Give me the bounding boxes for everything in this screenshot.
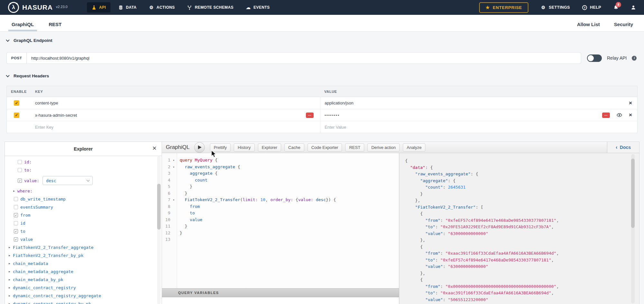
query-editor[interactable]: 1▾query MyQuery {2▾ raw_events_aggregate… [162,153,399,288]
unchecked-checkbox-icon[interactable] [18,168,22,172]
explorer-item-where[interactable]: ▶where: [5,187,162,195]
checked-checkbox-icon[interactable]: ✓ [14,237,18,241]
secret-mask-icon[interactable]: ••• [306,113,314,118]
explorer-item-id[interactable]: id: [5,158,162,166]
unchecked-checkbox-icon[interactable] [14,205,18,209]
toolbar-button-code-exporter[interactable]: Code Exporter [308,143,342,152]
nav-item-data[interactable]: DATA [114,2,141,13]
new-header-key-input[interactable] [35,125,292,130]
user-menu-button[interactable] [631,5,636,10]
relay-api-toggle[interactable] [587,54,602,62]
header-key[interactable]: x-hasura-admin-secret [35,113,77,118]
explorer-item-fiattokenv2-2-transfer-aggregate[interactable]: ▶FiatTokenV2_2_Transfer_aggregate [5,243,162,251]
help-button[interactable]: ? HELP [582,5,601,10]
explorer-item-chain-metadata-by-pk[interactable]: ▶chain_metadata_by_pk [5,276,162,284]
query-variables-editor[interactable] [162,297,399,304]
nav-item-actions[interactable]: ⚙ACTIONS [144,2,179,13]
notifications-button[interactable]: 8 [613,5,619,10]
explorer-item-dynamic-contract-registry-aggregate[interactable]: ▶dynamic_contract_registry_aggregate [5,292,162,300]
toolbar-button-cache[interactable]: Cache [284,143,304,152]
enterprise-button[interactable]: ★ ENTERPRISE [479,2,528,13]
expand-arrow-icon[interactable]: ▶ [13,190,15,192]
link-allow-list[interactable]: Allow List [577,22,600,27]
explorer-item-to[interactable]: to: [5,166,162,174]
response-scrollbar[interactable] [631,154,635,303]
code-token [313,197,316,202]
toolbar-button-analyze[interactable]: Analyze [403,143,425,152]
info-icon[interactable]: i [632,56,637,61]
toolbar-button-rest[interactable]: REST [345,143,364,152]
query-variables-bar[interactable]: QUERY VARIABLES [162,288,399,297]
nav-item-remote-schemas[interactable]: REMOTE SCHEMAS [183,2,238,13]
link-security[interactable]: Security [614,22,633,27]
header-enabled-checkbox[interactable]: ✓ [14,113,19,118]
execute-query-button[interactable] [194,142,205,153]
toolbar-button-prettify[interactable]: Prettify [210,143,231,152]
endpoint-section-header[interactable]: GraphQL Endpoint [6,38,638,43]
expand-arrow-icon[interactable]: ▶ [9,262,10,265]
json-token: : [443,185,448,190]
explorer-item-dynamic-contract-registry[interactable]: ▶dynamic_contract_registry [5,284,162,292]
expand-arrow-icon[interactable]: ▶ [9,302,10,304]
expand-arrow-icon[interactable]: ▶ [9,278,10,281]
checked-checkbox-icon[interactable]: ✓ [14,229,18,233]
expand-arrow-icon[interactable]: ▶ [9,294,10,297]
explorer-item-dynamic-contract-registry-by-pk[interactable]: ▶dynamic_contract_registry_by_pk [5,300,162,304]
explorer-item-chain-metadata-aggregate[interactable]: ▶chain_metadata_aggregate [5,268,162,276]
explorer-item-value[interactable]: ✓value [5,235,162,243]
fold-arrow-icon[interactable]: ▾ [170,164,177,171]
toolbar-button-derive-action[interactable]: Derive action [367,143,400,152]
new-header-value-input[interactable] [325,125,606,130]
close-icon[interactable]: × [152,145,156,152]
explorer-header: Explorer × [5,142,162,156]
toolbar-button-history[interactable]: History [234,143,254,152]
explorer-item-from[interactable]: ✓from [5,211,162,219]
explorer-item-id[interactable]: id [5,219,162,227]
json-token [405,251,425,256]
explorer-item-db-write-timestamp[interactable]: db_write_timestamp [5,195,162,203]
tab-rest[interactable]: REST [47,22,63,31]
checked-checkbox-icon[interactable]: ✓ [18,179,22,183]
endpoint-url-input[interactable] [26,52,581,64]
scrollbar-thumb[interactable] [631,159,635,228]
header-value[interactable]: •••••••• [325,113,340,117]
brand[interactable]: λ HASURA v2.23.0 [8,2,68,13]
fold-arrow-icon[interactable]: ▾ [170,157,177,164]
explorer-item-eventssummary[interactable]: eventsSummary [5,203,162,211]
tab-graphiql[interactable]: GraphiQL [10,22,36,31]
http-method-label: POST [6,52,26,64]
unchecked-checkbox-icon[interactable] [18,160,22,164]
unchecked-checkbox-icon[interactable] [14,221,18,225]
scrollbar-thumb[interactable] [157,184,161,230]
settings-button[interactable]: ⚙ SETTINGS [541,5,570,10]
header-value[interactable]: application/json [325,101,354,105]
nav-item-api[interactable]: API [87,2,110,13]
unchecked-checkbox-icon[interactable] [14,197,18,201]
expand-arrow-icon[interactable]: ▶ [9,246,10,249]
checked-checkbox-icon[interactable]: ✓ [14,213,18,217]
expand-arrow-icon[interactable]: ▶ [9,286,10,289]
fold-arrow-icon[interactable]: ▾ [170,197,177,203]
header-enabled-checkbox[interactable]: ✓ [14,100,19,106]
explorer-item-fiattokenv2-2-transfer-by-pk[interactable]: ▶FiatTokenV2_2_Transfer_by_pk [5,251,162,260]
expand-arrow-icon[interactable]: ▶ [9,254,10,257]
remove-header-icon[interactable]: × [629,101,632,105]
nav-item-events[interactable]: ☁EVENTS [241,2,274,13]
secret-mask-icon[interactable]: ••• [602,113,610,118]
reveal-eye-icon[interactable] [617,113,622,117]
explorer-item-value[interactable]: ✓value:desc [5,174,162,187]
code-line: 1▾query MyQuery { [162,157,399,164]
header-key[interactable]: content-type [35,101,58,105]
explorer-item-to[interactable]: ✓to [5,227,162,235]
toolbar-button-explorer[interactable]: Explorer [258,143,281,152]
expand-arrow-icon[interactable]: ▶ [9,270,10,273]
docs-button[interactable]: ‹ Docs [607,142,639,153]
json-token: : { [448,178,455,183]
remove-header-icon[interactable]: × [629,113,632,117]
response-pane[interactable]: { "data": { "raw_events_aggregate": { "a… [399,153,639,304]
line-number: 7 [162,197,170,203]
request-headers-section-header[interactable]: Request Headers [6,74,638,78]
explorer-item-chain-metadata[interactable]: ▶chain_metadata [5,260,162,268]
explorer-scrollbar[interactable] [157,156,161,304]
order-direction-select[interactable]: desc [43,176,93,185]
